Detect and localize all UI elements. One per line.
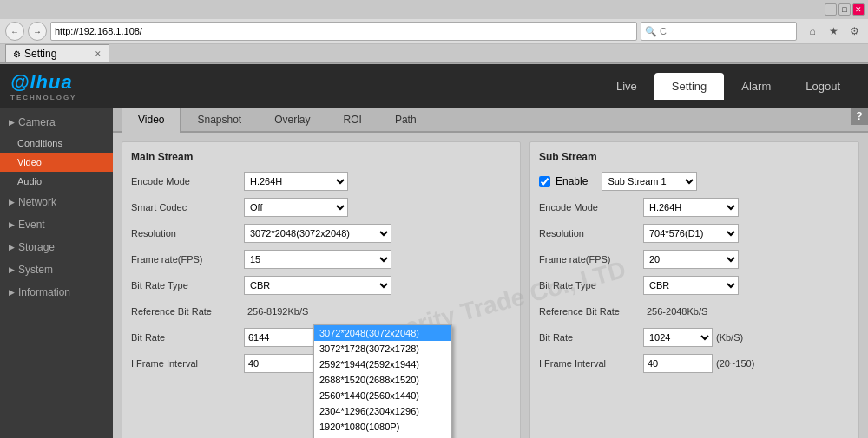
maximize-button[interactable]: □ xyxy=(838,3,851,16)
sub-encode-select[interactable]: H.264H H.265 xyxy=(643,198,739,217)
sidebar-section-system[interactable]: ▶ System xyxy=(0,258,113,281)
browser-toolbar: ← → ⌂ ★ ⚙ xyxy=(0,19,868,44)
sub-iframe-range: (20~150) xyxy=(716,358,754,369)
sub-bitrate-unit: (Kb/S) xyxy=(716,332,743,343)
sub-resolution-label: Resolution xyxy=(539,228,643,239)
logo-subtitle: TECHNOLOGY xyxy=(10,94,76,101)
sidebar-section-event[interactable]: ▶ Event xyxy=(0,213,113,236)
tab-favicon: ⚙ xyxy=(13,49,21,59)
forward-button[interactable]: → xyxy=(28,22,47,41)
resolution-select[interactable]: 3072*2048(3072x2048) 3072*1728(3072x1728… xyxy=(244,224,391,243)
arrow-icon: ▶ xyxy=(9,198,15,206)
framerate-select[interactable]: 15 20 25 xyxy=(244,250,391,269)
sidebar-label-network: Network xyxy=(18,196,56,208)
sub-iframe-label: I Frame Interval xyxy=(539,358,643,369)
bitrate-type-row: Bit Rate Type CBR VBR xyxy=(131,276,511,295)
sidebar-section-storage[interactable]: ▶ Storage xyxy=(0,236,113,258)
encode-mode-label: Encode Mode xyxy=(131,176,244,186)
content-area: Main Stream Encode Mode H.264H H.265 Sma… xyxy=(113,133,868,438)
bitrate-type-select[interactable]: CBR VBR xyxy=(244,276,391,295)
iframe-label: I Frame Interval xyxy=(131,358,244,369)
tab-close-button[interactable]: ✕ xyxy=(95,49,102,58)
tab-path[interactable]: Path xyxy=(378,108,433,131)
sidebar-item-video[interactable]: Video xyxy=(0,153,113,172)
sub-iframe-row: I Frame Interval (20~150) xyxy=(539,354,850,373)
sub-resolution-select[interactable]: 704*576(D1) 352*288(CIF) xyxy=(643,224,739,243)
sidebar-section-network[interactable]: ▶ Network xyxy=(0,191,113,213)
back-button[interactable]: ← xyxy=(5,22,24,41)
smart-codec-select[interactable]: Off On xyxy=(244,198,348,217)
arrow-icon: ▶ xyxy=(9,243,15,252)
ref-bitrate-value: 256-8192Kb/S xyxy=(247,306,308,317)
sub-bitrate-select[interactable]: 1024 512 xyxy=(643,328,713,347)
close-button[interactable]: ✕ xyxy=(852,3,865,16)
main-content: ? Video Snapshot Overlay ROI Path Sincer… xyxy=(113,108,868,438)
help-icon[interactable]: ? xyxy=(851,108,868,125)
sidebar-label-event: Event xyxy=(18,219,45,231)
nav-alarm[interactable]: Alarm xyxy=(724,73,788,100)
browser-titlebar: — □ ✕ xyxy=(0,0,868,19)
minimize-button[interactable]: — xyxy=(825,3,837,16)
sub-encode-row: Encode Mode H.264H H.265 xyxy=(539,198,850,217)
dropdown-item-0[interactable]: 3072*2048(3072x2048) xyxy=(314,325,451,341)
sidebar-item-conditions[interactable]: Conditions xyxy=(0,134,113,153)
dropdown-item-5[interactable]: 2304*1296(2304x1296) xyxy=(314,403,451,419)
sub-iframe-input[interactable] xyxy=(643,354,713,373)
sub-stream-title: Sub Stream xyxy=(539,151,850,163)
sub-bitrate-row: Bit Rate 1024 512 (Kb/S) xyxy=(539,328,850,347)
search-bar[interactable] xyxy=(641,22,797,41)
sub-bitrate-type-select[interactable]: CBR VBR xyxy=(643,276,739,295)
browser-tab-setting[interactable]: ⚙ Setting ✕ xyxy=(5,44,109,62)
browser-tab-title: Setting xyxy=(24,48,56,60)
tab-video[interactable]: Video xyxy=(122,108,181,133)
encode-mode-row: Encode Mode H.264H H.265 xyxy=(131,172,511,191)
tab-roi[interactable]: ROI xyxy=(327,108,378,131)
sub-bitrate-type-row: Bit Rate Type CBR VBR xyxy=(539,276,850,295)
sidebar-label-storage: Storage xyxy=(18,241,55,253)
sidebar-label-camera: Camera xyxy=(18,116,56,128)
app-nav: Live Setting Alarm Logout xyxy=(599,73,858,100)
dropdown-item-7[interactable]: 1280*1024(SXGA) xyxy=(314,435,451,438)
sub-stream-select[interactable]: Sub Stream 1 Sub Stream 2 xyxy=(602,172,697,191)
sidebar-section-camera[interactable]: ▶ Camera xyxy=(0,111,113,134)
sub-enable-row: Enable Sub Stream 1 Sub Stream 2 xyxy=(539,172,850,191)
tab-bar: ⚙ Setting ✕ xyxy=(0,44,868,63)
address-bar[interactable] xyxy=(50,22,637,41)
encode-mode-select[interactable]: H.264H H.265 xyxy=(244,172,348,191)
nav-live[interactable]: Live xyxy=(599,73,654,100)
smart-codec-row: Smart Codec Off On xyxy=(131,198,511,217)
sub-enable-checkbox[interactable] xyxy=(539,176,550,187)
arrow-icon: ▶ xyxy=(9,288,15,297)
sub-resolution-row: Resolution 704*576(D1) 352*288(CIF) xyxy=(539,224,850,243)
resolution-dropdown[interactable]: 3072*2048(3072x2048) 3072*1728(3072x1728… xyxy=(313,324,452,438)
sub-bitrate-label: Bit Rate xyxy=(539,332,643,343)
settings-icon[interactable]: ⚙ xyxy=(845,23,863,40)
app-body: ▶ Camera Conditions Video Audio ▶ Networ… xyxy=(0,108,868,438)
dropdown-item-4[interactable]: 2560*1440(2560x1440) xyxy=(314,388,451,403)
sidebar-section-information[interactable]: ▶ Information xyxy=(0,281,113,304)
ref-bitrate-row: Reference Bit Rate 256-8192Kb/S xyxy=(131,302,511,321)
sub-framerate-select[interactable]: 20 25 xyxy=(643,250,739,269)
sidebar-item-audio[interactable]: Audio xyxy=(0,172,113,191)
tab-bar-content: Video Snapshot Overlay ROI Path xyxy=(113,108,868,133)
tab-overlay[interactable]: Overlay xyxy=(258,108,326,131)
sub-ref-bitrate-label: Reference Bit Rate xyxy=(539,306,643,317)
dropdown-item-6[interactable]: 1920*1080(1080P) xyxy=(314,419,451,435)
star-icon[interactable]: ★ xyxy=(825,23,842,40)
dropdown-item-2[interactable]: 2592*1944(2592x1944) xyxy=(314,356,451,372)
home-icon[interactable]: ⌂ xyxy=(804,23,821,40)
nav-logout[interactable]: Logout xyxy=(788,73,858,100)
ref-bitrate-label: Reference Bit Rate xyxy=(131,306,244,317)
nav-setting[interactable]: Setting xyxy=(654,73,724,100)
bitrate-type-label: Bit Rate Type xyxy=(131,280,244,291)
sidebar-label-system: System xyxy=(18,264,53,276)
smart-codec-label: Smart Codec xyxy=(131,202,244,212)
app-header: @lhua TECHNOLOGY Live Setting Alarm Logo… xyxy=(0,64,868,108)
dropdown-item-1[interactable]: 3072*1728(3072x1728) xyxy=(314,341,451,356)
sub-ref-bitrate-value: 256-2048Kb/S xyxy=(647,306,707,317)
tab-snapshot[interactable]: Snapshot xyxy=(181,108,258,131)
framerate-label: Frame rate(FPS) xyxy=(131,254,244,265)
dropdown-item-3[interactable]: 2688*1520(2688x1520) xyxy=(314,372,451,388)
sub-framerate-label: Frame rate(FPS) xyxy=(539,254,643,265)
sub-framerate-row: Frame rate(FPS) 20 25 xyxy=(539,250,850,269)
